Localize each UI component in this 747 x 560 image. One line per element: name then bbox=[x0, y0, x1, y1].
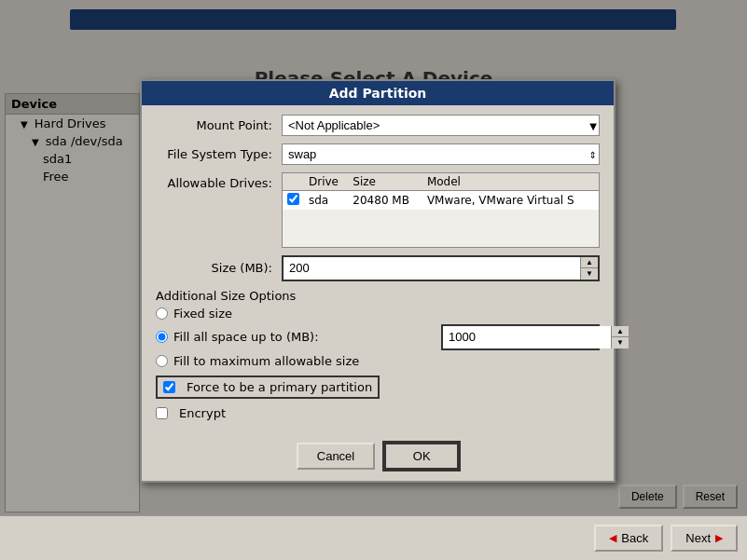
main-window: Please Select A Device Device ▼ Hard Dri… bbox=[0, 0, 747, 560]
fill-max-row: Fill to maximum allowable size bbox=[156, 354, 600, 368]
allowable-drives-label: Allowable Drives: bbox=[156, 172, 282, 190]
allowable-drives-row: Allowable Drives: Drive Size Model bbox=[156, 172, 600, 248]
fs-type-label: File System Type: bbox=[156, 147, 282, 161]
encrypt-label: Encrypt bbox=[179, 406, 226, 420]
force-primary-row: Force to be a primary partition bbox=[156, 372, 600, 403]
ok-button[interactable]: OK bbox=[384, 443, 459, 470]
col-check bbox=[283, 173, 305, 191]
bottom-bar: Back Next bbox=[0, 515, 747, 560]
size-spinner-buttons: ▲ ▼ bbox=[580, 257, 598, 280]
col-size: Size bbox=[348, 173, 422, 191]
encrypt-row: Encrypt bbox=[156, 406, 600, 420]
mount-point-label: Mount Point: bbox=[156, 118, 282, 132]
fill-up-decrement-button[interactable]: ▼ bbox=[612, 337, 629, 348]
drives-table: Drive Size Model sda 20480 MB VMware, VM… bbox=[282, 172, 600, 248]
fill-up-spinner-buttons: ▲ ▼ bbox=[611, 326, 629, 348]
empty-row bbox=[283, 210, 600, 247]
size-label: Size (MB): bbox=[156, 261, 282, 275]
fill-up-row: Fill all space up to (MB): ▲ ▼ bbox=[156, 324, 600, 350]
fill-up-input[interactable] bbox=[443, 326, 611, 348]
back-label: Back bbox=[621, 531, 648, 545]
cancel-button[interactable]: Cancel bbox=[297, 443, 375, 470]
dialog-body: Mount Point: <Not Applicable> ▼ File Sys… bbox=[142, 105, 614, 433]
next-button[interactable]: Next bbox=[671, 525, 738, 552]
force-primary-label: Force to be a primary partition bbox=[187, 380, 372, 394]
force-primary-checkbox[interactable] bbox=[163, 381, 175, 393]
dialog-buttons: Cancel OK bbox=[142, 433, 614, 481]
fs-type-row: File System Type: swap ext4 ext3 ext2 xf… bbox=[156, 143, 600, 165]
add-partition-dialog: Add Partition Mount Point: <Not Applicab… bbox=[140, 79, 616, 483]
force-primary-highlight: Force to be a primary partition bbox=[156, 376, 380, 399]
size-control: ▲ ▼ bbox=[282, 255, 600, 281]
fs-type-control: swap ext4 ext3 ext2 xfs vfat ⇕ bbox=[282, 143, 600, 165]
drive-model: VMware, VMware Virtual S bbox=[422, 191, 600, 211]
size-row: Size (MB): ▲ ▼ bbox=[156, 255, 600, 281]
col-model: Model bbox=[422, 173, 600, 191]
drive-checkbox[interactable] bbox=[287, 193, 299, 205]
fill-max-radio[interactable] bbox=[156, 355, 168, 367]
size-increment-button[interactable]: ▲ bbox=[581, 257, 598, 268]
mount-point-select[interactable]: <Not Applicable> bbox=[282, 115, 600, 136]
additional-size-section: Additional Size Options Fixed size Fill … bbox=[156, 289, 600, 420]
fill-up-increment-button[interactable]: ▲ bbox=[612, 326, 629, 337]
back-button[interactable]: Back bbox=[594, 525, 663, 552]
encrypt-checkbox[interactable] bbox=[156, 407, 168, 419]
mount-point-control: <Not Applicable> ▼ bbox=[282, 115, 600, 136]
additional-size-header: Additional Size Options bbox=[156, 289, 600, 303]
drive-size: 20480 MB bbox=[348, 191, 422, 211]
next-label: Next bbox=[685, 531, 711, 545]
fill-up-label: Fill all space up to (MB): bbox=[173, 330, 441, 344]
size-input[interactable] bbox=[284, 257, 580, 280]
fill-max-label: Fill to maximum allowable size bbox=[173, 354, 359, 368]
fill-up-radio[interactable] bbox=[156, 331, 168, 343]
fixed-size-label: Fixed size bbox=[173, 307, 232, 321]
table-row: sda 20480 MB VMware, VMware Virtual S bbox=[283, 191, 600, 211]
dialog-title: Add Partition bbox=[142, 81, 614, 105]
size-decrement-button[interactable]: ▼ bbox=[581, 268, 598, 280]
fs-type-select[interactable]: swap ext4 ext3 ext2 xfs vfat bbox=[282, 143, 600, 165]
size-spinner: ▲ ▼ bbox=[282, 255, 600, 281]
fixed-size-row: Fixed size bbox=[156, 307, 600, 321]
col-drive: Drive bbox=[304, 173, 348, 191]
drives-table-wrap: Drive Size Model sda 20480 MB VMware, VM… bbox=[282, 172, 600, 248]
fill-up-spinner: ▲ ▼ bbox=[441, 324, 600, 350]
fixed-size-radio[interactable] bbox=[156, 307, 168, 320]
drive-checkbox-cell[interactable] bbox=[283, 191, 305, 211]
mount-point-row: Mount Point: <Not Applicable> ▼ bbox=[156, 115, 600, 136]
drive-name: sda bbox=[304, 191, 348, 211]
